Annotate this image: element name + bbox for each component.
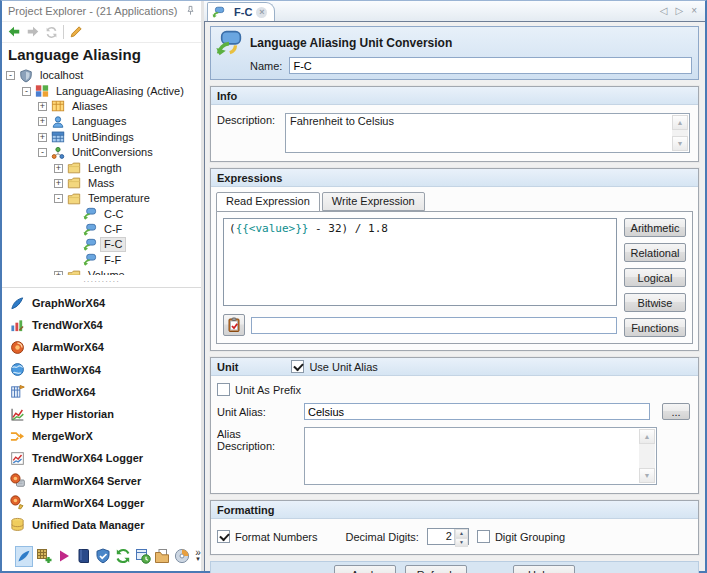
- tree-item-languagealiasing-active[interactable]: -LanguageAliasing (Active): [2, 83, 201, 98]
- collapse-icon[interactable]: -: [54, 194, 63, 203]
- decimal-digits-stepper[interactable]: 2 ▲ ▼: [427, 528, 469, 545]
- workbench-icon[interactable]: [15, 546, 33, 567]
- document-tab-strip: F-C × ◁ ▷ ×: [204, 1, 705, 21]
- media-disc-icon[interactable]: [173, 546, 191, 567]
- app-item-label: MergeWorX: [32, 430, 93, 442]
- description-field[interactable]: Fahrenheit to Celsius ▲ ▼: [285, 113, 690, 153]
- splitter-handle[interactable]: ··········: [2, 275, 201, 288]
- digit-grouping-checkbox-box[interactable]: [477, 530, 490, 543]
- edit-pencil-icon[interactable]: [69, 25, 83, 39]
- tree-item-f-c[interactable]: F-C: [2, 237, 201, 252]
- server-shield-icon: [19, 69, 33, 83]
- collapse-icon[interactable]: -: [38, 148, 47, 157]
- tab-f-c[interactable]: F-C ×: [207, 2, 275, 21]
- tree-item-aliases[interactable]: +Aliases: [2, 99, 201, 114]
- tab-strip-close-icon[interactable]: ×: [691, 5, 697, 16]
- format-numbers-checkbox[interactable]: Format Numbers: [217, 530, 318, 543]
- expression-editor[interactable]: ({{<value>}} - 32) / 1.8: [223, 218, 617, 306]
- tree-item-unitconversions[interactable]: -UnitConversions: [2, 145, 201, 160]
- tab-write-expression[interactable]: Write Expression: [322, 192, 425, 211]
- alias-description-field[interactable]: ▲ ▼: [304, 427, 657, 485]
- digit-grouping-checkbox[interactable]: Digit Grouping: [477, 530, 565, 543]
- tree-item-volume[interactable]: +Volume: [2, 268, 201, 275]
- unit-alias-input[interactable]: [304, 403, 650, 420]
- tree-item-length[interactable]: +Length: [2, 160, 201, 175]
- app-item-graphworx64[interactable]: GraphWorX64: [2, 292, 201, 314]
- tree-item-f-f[interactable]: F-F: [2, 253, 201, 268]
- unit-as-prefix-checkbox[interactable]: Unit As Prefix: [217, 383, 301, 396]
- expression-text: - 32) / 1.8: [308, 222, 387, 235]
- expressions-group-title: Expressions: [217, 172, 282, 184]
- app-item-hyper-historian[interactable]: Hyper Historian: [2, 403, 201, 425]
- tree-item-temperature[interactable]: -Temperature: [2, 191, 201, 206]
- tab-close-icon[interactable]: ×: [256, 7, 267, 18]
- tree-item-c-f[interactable]: C-F: [2, 222, 201, 237]
- app-item-mergeworx[interactable]: MergeWorX: [2, 425, 201, 447]
- collapse-icon[interactable]: -: [22, 87, 31, 96]
- browse-unit-alias-button[interactable]: ...: [662, 403, 690, 420]
- languages-icon: [51, 115, 65, 129]
- alarmworx64-icon: [10, 340, 25, 355]
- scroll-down-icon[interactable]: ▼: [639, 468, 655, 483]
- spin-down-icon[interactable]: ▼: [455, 538, 468, 547]
- project-grid-icon[interactable]: [35, 546, 53, 567]
- arithmetic-button[interactable]: Arithmetic: [624, 218, 686, 237]
- info-group-title: Info: [217, 90, 237, 102]
- format-numbers-checkbox-box[interactable]: [217, 530, 230, 543]
- use-unit-alias-checkbox-box[interactable]: [291, 360, 304, 373]
- apply-button[interactable]: Apply: [334, 565, 396, 573]
- format-numbers-label: Format Numbers: [235, 531, 318, 543]
- spin-up-icon[interactable]: ▲: [455, 529, 468, 538]
- decimal-digits-value[interactable]: 2: [428, 529, 454, 544]
- scroll-down-icon[interactable]: ▼: [672, 136, 688, 151]
- security-shield-icon[interactable]: [94, 546, 112, 567]
- app-item-alarmworx64[interactable]: AlarmWorX64: [2, 336, 201, 358]
- scroll-up-icon[interactable]: ▲: [672, 115, 688, 130]
- validate-expression-button[interactable]: [223, 314, 245, 336]
- help-button[interactable]: Help...: [513, 565, 575, 573]
- description-scrollbar[interactable]: ▲ ▼: [672, 115, 688, 151]
- functions-button[interactable]: Functions: [624, 318, 686, 337]
- unit-as-prefix-checkbox-box[interactable]: [217, 383, 230, 396]
- app-item-unified-data-manager[interactable]: Unified Data Manager: [2, 514, 201, 536]
- bitwise-button[interactable]: Bitwise: [624, 293, 686, 312]
- use-unit-alias-checkbox[interactable]: Use Unit Alias: [291, 360, 377, 373]
- documents-folder-icon[interactable]: [154, 546, 172, 567]
- app-item-alarmworx64-server[interactable]: AlarmWorX64 Server: [2, 470, 201, 492]
- app-item-trendworx64-logger[interactable]: TrendWorX64 Logger: [2, 447, 201, 469]
- back-arrow-icon[interactable]: [7, 25, 21, 39]
- expand-icon[interactable]: +: [54, 179, 63, 188]
- app-item-label: Hyper Historian: [32, 408, 114, 420]
- toolbar-overflow-button[interactable]: »▼: [195, 550, 201, 562]
- tree-item-localhost[interactable]: -localhost: [2, 68, 201, 83]
- collapse-icon[interactable]: -: [6, 71, 15, 80]
- relational-button[interactable]: Relational: [624, 243, 686, 262]
- tab-scroll-left-icon[interactable]: ◁: [660, 5, 668, 16]
- tree-item-languages[interactable]: +Languages: [2, 114, 201, 129]
- app-item-alarmworx64-logger[interactable]: AlarmWorX64 Logger: [2, 492, 201, 514]
- name-input[interactable]: [289, 57, 692, 74]
- expression-preview-input[interactable]: [251, 317, 617, 334]
- refresh-button[interactable]: Refresh: [405, 565, 467, 573]
- expand-icon[interactable]: +: [38, 102, 47, 111]
- app-item-gridworx64[interactable]: GridWorX64: [2, 381, 201, 403]
- tree-item-unitbindings[interactable]: +UnitBindings: [2, 130, 201, 145]
- scroll-up-icon[interactable]: ▲: [639, 429, 655, 444]
- tab-scroll-right-icon[interactable]: ▷: [675, 5, 683, 16]
- expand-icon[interactable]: +: [38, 117, 47, 126]
- tree-item-mass[interactable]: +Mass: [2, 176, 201, 191]
- pin-icon[interactable]: [185, 5, 196, 18]
- logical-button[interactable]: Logical: [624, 268, 686, 287]
- expand-icon[interactable]: +: [54, 164, 63, 173]
- run-play-icon[interactable]: [55, 546, 73, 567]
- tab-read-expression[interactable]: Read Expression: [216, 192, 320, 212]
- refresh-data-icon[interactable]: [114, 546, 132, 567]
- expression-category-buttons: ArithmeticRelationalLogicalBitwiseFuncti…: [624, 218, 686, 337]
- expand-icon[interactable]: +: [38, 133, 47, 142]
- tree-item-c-c[interactable]: C-C: [2, 207, 201, 222]
- app-item-earthworx64[interactable]: EarthWorX64: [2, 359, 201, 381]
- alias-description-scrollbar[interactable]: ▲ ▼: [639, 429, 655, 483]
- scheduler-icon[interactable]: [134, 546, 152, 567]
- app-item-trendworx64[interactable]: TrendWorX64: [2, 314, 201, 336]
- book-icon[interactable]: [75, 546, 93, 567]
